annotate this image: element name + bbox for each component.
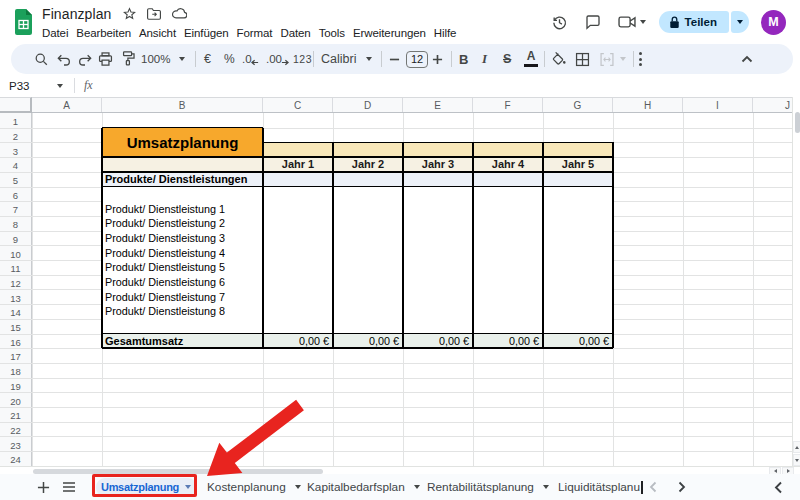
row-header-5[interactable]: 5	[0, 175, 31, 186]
row-header-14[interactable]: 14	[0, 307, 31, 318]
sheet-tab-caret-icon[interactable]	[295, 485, 301, 489]
row-header-24[interactable]: 24	[0, 454, 31, 465]
increase-decimal-button[interactable]: .00	[266, 44, 289, 74]
row-header-20[interactable]: 20	[0, 396, 31, 407]
redo-icon[interactable]	[77, 44, 93, 74]
row-header-8[interactable]: 8	[0, 219, 31, 230]
sheet-tab-active[interactable]: Umsatzplanung	[96, 478, 197, 497]
avatar[interactable]: M	[761, 10, 786, 35]
total-value-cell[interactable]: 0,00 €	[543, 334, 613, 349]
column-header-F[interactable]: F	[473, 98, 543, 112]
column-header-E[interactable]: E	[403, 98, 473, 112]
year-header-cell[interactable]: Jahr 3	[403, 157, 473, 172]
year-header-cell[interactable]: Jahr 4	[473, 157, 543, 172]
column-header-I[interactable]: I	[683, 98, 753, 112]
scroll-down-icon[interactable]	[793, 454, 800, 466]
format-currency-button[interactable]: €	[204, 44, 211, 74]
row-header-13[interactable]: 13	[0, 293, 31, 304]
row-header-4[interactable]: 4	[0, 160, 31, 171]
table-title-cell[interactable]: Umsatzplanung	[102, 128, 263, 157]
column-header-D[interactable]: D	[333, 98, 403, 112]
spreadsheet-grid[interactable]: ABCDEFGHIJ 12345678910111213141516171819…	[0, 97, 800, 466]
zoom-caret-icon[interactable]	[179, 44, 185, 74]
row-header-16[interactable]: 16	[0, 337, 31, 348]
product-cell[interactable]: Produkt/ Dienstleistung 5	[102, 260, 263, 275]
product-cell[interactable]: Produkt/ Dienstleistung 3	[102, 231, 263, 246]
meet-caret-icon[interactable]	[640, 20, 646, 24]
row-header-1[interactable]: 1	[0, 116, 31, 127]
name-box-caret-icon[interactable]	[57, 84, 63, 88]
column-header-B[interactable]: B	[102, 98, 263, 112]
undo-icon[interactable]	[56, 44, 72, 74]
font-caret-icon[interactable]	[366, 44, 372, 74]
sheet-tab[interactable]: Kapitalbedarfsplan	[307, 474, 420, 500]
row-header-15[interactable]: 15	[0, 322, 31, 333]
select-all-corner[interactable]	[0, 97, 32, 113]
column-headers[interactable]: ABCDEFGHIJ	[0, 97, 800, 113]
product-cell[interactable]: Produkt/ Dienstleistung 4	[102, 245, 263, 260]
product-cell[interactable]: Produkt/ Dienstleistung 7	[102, 289, 263, 304]
zoom-select[interactable]: 100%	[141, 44, 170, 74]
sheets-logo-icon[interactable]	[15, 9, 32, 39]
menu-item-format[interactable]: Format	[237, 27, 273, 39]
year-header-cell[interactable]: Jahr 2	[333, 157, 403, 172]
vertical-scrollbar[interactable]	[792, 97, 800, 466]
sheet-tab-caret-icon[interactable]	[543, 485, 549, 489]
sheet-tab[interactable]: Liquiditätsplanu	[558, 474, 643, 500]
comment-icon[interactable]	[585, 14, 601, 30]
name-box[interactable]: P33	[9, 74, 29, 97]
row-header-3[interactable]: 3	[0, 146, 31, 157]
search-icon[interactable]	[34, 44, 49, 74]
share-caret-button[interactable]	[731, 11, 749, 33]
sheet-tab-caret-icon[interactable]	[414, 485, 420, 489]
sheet-tab[interactable]: Kostenplanung	[207, 474, 301, 500]
format-percent-button[interactable]: %	[224, 44, 235, 74]
menu-item-hilfe[interactable]: Hilfe	[434, 27, 457, 39]
sheet-tab-caret-icon[interactable]	[185, 485, 191, 489]
column-header-G[interactable]: G	[543, 98, 613, 112]
side-panel-collapse-icon[interactable]	[770, 474, 786, 500]
menu-item-daten[interactable]: Daten	[280, 27, 310, 39]
meet-camera-icon[interactable]	[618, 15, 636, 29]
product-cell[interactable]: Produkt/ Dienstleistung 8	[102, 304, 263, 319]
year-header-cell[interactable]: Jahr 5	[543, 157, 613, 172]
borders-icon[interactable]	[575, 44, 590, 74]
increase-font-size-button[interactable]	[432, 44, 443, 74]
bold-button[interactable]: B	[459, 44, 468, 74]
decrease-font-size-button[interactable]	[389, 44, 400, 74]
column-header-A[interactable]: A	[32, 98, 102, 112]
collapse-toolbar-icon[interactable]	[741, 44, 753, 74]
vertical-scrollbar-thumb[interactable]	[795, 112, 800, 133]
row-header-6[interactable]: 6	[0, 190, 31, 201]
row-header-7[interactable]: 7	[0, 204, 31, 215]
strikethrough-button[interactable]: S	[503, 44, 511, 74]
horizontal-scrollbar[interactable]	[0, 466, 800, 474]
more-options-icon[interactable]	[639, 44, 642, 74]
fill-color-icon[interactable]	[551, 44, 567, 74]
total-value-cell[interactable]: 0,00 €	[473, 334, 543, 349]
total-value-cell[interactable]: 0,00 €	[403, 334, 473, 349]
font-name-select[interactable]: Calibri	[321, 44, 356, 74]
star-icon[interactable]	[123, 7, 136, 20]
menu-item-bearbeiten[interactable]: Bearbeiten	[76, 27, 131, 39]
section-header-cell[interactable]: Produkte/ Dienstleistungen	[102, 172, 263, 187]
font-size-input[interactable]: 12	[406, 51, 428, 68]
tabs-scroll-right-icon[interactable]	[674, 474, 690, 500]
product-cell[interactable]: Produkt/ Dienstleistung 2	[102, 216, 263, 231]
column-header-C[interactable]: C	[263, 98, 333, 112]
row-header-18[interactable]: 18	[0, 366, 31, 377]
column-header-H[interactable]: H	[613, 98, 683, 112]
product-cell[interactable]: Produkt/ Dienstleistung 6	[102, 275, 263, 290]
decrease-decimal-button[interactable]: .0	[242, 44, 259, 74]
year-header-cell[interactable]: Jahr 1	[263, 157, 333, 172]
menu-item-ansicht[interactable]: Ansicht	[139, 27, 176, 39]
total-value-cell[interactable]: 0,00 €	[263, 334, 333, 349]
number-format-button[interactable]: 123	[293, 44, 312, 74]
text-color-button[interactable]: A	[524, 44, 538, 74]
row-header-23[interactable]: 23	[0, 440, 31, 451]
row-header-12[interactable]: 12	[0, 278, 31, 289]
product-cell[interactable]: Produkt/ Dienstleistung 1	[102, 201, 263, 216]
row-header-11[interactable]: 11	[0, 263, 31, 274]
version-history-icon[interactable]	[551, 14, 568, 31]
row-header-2[interactable]: 2	[0, 131, 31, 142]
